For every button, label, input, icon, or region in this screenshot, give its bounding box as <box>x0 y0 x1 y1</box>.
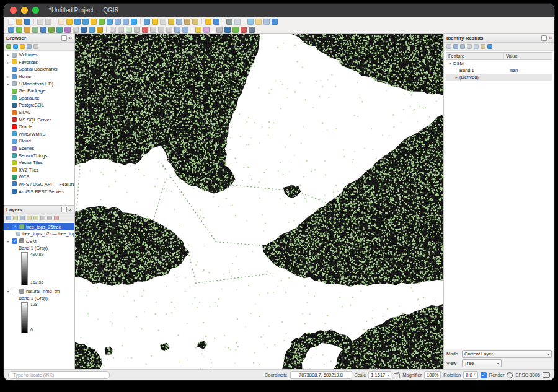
view-dropdown[interactable]: Tree ▾ <box>462 359 502 367</box>
collapse-all-icon[interactable] <box>27 44 32 49</box>
lock-scale-icon[interactable] <box>394 373 400 378</box>
deselect-features-icon[interactable] <box>160 19 166 25</box>
identify-row-band-1[interactable]: Band 1nan <box>446 67 552 74</box>
rotation-spinbox[interactable]: 0.0 ° <box>463 371 478 379</box>
undo-icon[interactable] <box>174 27 180 33</box>
remove-layer-icon[interactable] <box>54 216 59 220</box>
cut-features-icon[interactable] <box>150 27 156 33</box>
browser-item-spatial-bookmarks[interactable]: Spatial Bookmarks <box>4 66 74 73</box>
undock-panel-icon[interactable] <box>61 35 67 41</box>
expand-results-icon[interactable] <box>446 44 451 49</box>
mode-dropdown[interactable]: Current Layer ▾ <box>462 350 552 358</box>
browser-item-cloud[interactable]: Cloud <box>4 137 74 145</box>
project-open-icon[interactable] <box>16 19 22 25</box>
browser-item-ms-sql-server[interactable]: MS SQL Server <box>4 116 74 123</box>
select-features-icon[interactable] <box>152 19 158 25</box>
map-canvas[interactable] <box>75 34 443 369</box>
layer-visibility-checkbox[interactable]: ✓ <box>12 224 17 230</box>
browser-item-spatialite[interactable]: SpatiaLite <box>4 95 74 102</box>
paste-features-icon[interactable] <box>166 27 172 33</box>
layout-manager-icon[interactable] <box>45 19 51 25</box>
new-geopackage-layer-icon[interactable] <box>16 27 22 33</box>
data-source-manager-icon[interactable] <box>8 27 14 33</box>
browser-item-home[interactable]: ▸Home <box>4 73 74 81</box>
browser-item-scenes[interactable]: Scenes <box>4 145 74 152</box>
layer-visibility-checkbox[interactable] <box>12 289 17 294</box>
identify-features-icon[interactable] <box>144 19 150 25</box>
layer-labeling-icon[interactable] <box>195 27 202 33</box>
zoom-full-icon[interactable] <box>91 19 97 25</box>
field-calculator-icon[interactable] <box>184 19 190 25</box>
metasearch-icon[interactable] <box>241 27 247 33</box>
map-canvas-area[interactable] <box>75 34 443 369</box>
identify-row-derived[interactable]: ▸(Derived) <box>446 74 552 81</box>
identify-help-icon[interactable] <box>487 44 492 49</box>
project-new-icon[interactable] <box>8 19 14 25</box>
zoom-out-icon[interactable] <box>82 19 89 25</box>
coordinate-value[interactable]: 7073888.7, 600219.8 <box>290 371 352 379</box>
project-save-icon[interactable] <box>24 19 30 25</box>
add-point-cloud-layer-icon[interactable] <box>64 27 71 33</box>
layer-visibility-checkbox[interactable]: ✓ <box>12 238 17 244</box>
filter-by-expression-icon[interactable] <box>33 216 38 220</box>
new-spatial-bookmark-icon[interactable] <box>205 19 211 25</box>
print-layout-icon[interactable] <box>37 19 43 25</box>
expand-chevron-icon[interactable]: ▸ <box>454 75 458 79</box>
expand-chevron-icon[interactable]: ▸ <box>6 225 10 229</box>
value-column-header[interactable]: Value <box>503 53 552 59</box>
show-spatial-bookmarks-icon[interactable] <box>213 19 219 25</box>
add-group-icon[interactable] <box>13 216 18 220</box>
close-panel-icon[interactable]: × <box>549 36 552 40</box>
browser-item-macintosh-hd[interactable]: ▸/ (Macintosh HD) <box>4 80 74 87</box>
layer-diagram-icon[interactable] <box>203 27 210 33</box>
expand-chevron-icon[interactable]: ▸ <box>6 53 10 57</box>
zoom-next-icon[interactable] <box>123 19 129 25</box>
python-console-icon[interactable] <box>224 27 231 33</box>
copy-result-icon[interactable] <box>474 44 479 49</box>
plugin-manager-icon[interactable] <box>249 27 255 33</box>
zoom-to-layer-icon[interactable] <box>107 19 113 25</box>
zoom-in-icon[interactable] <box>74 19 81 25</box>
layer-item-dsm[interactable]: ▾✓DSM <box>4 237 74 245</box>
magnifier-spinbox[interactable]: 100% <box>424 371 441 379</box>
expand-chevron-icon[interactable]: ▾ <box>6 289 10 294</box>
add-delimited-text-icon[interactable] <box>73 27 79 33</box>
refresh-map-icon[interactable] <box>131 19 137 25</box>
browser-properties-icon[interactable] <box>33 44 38 49</box>
statistical-summary-icon[interactable] <box>264 19 270 25</box>
save-edits-icon[interactable] <box>118 27 124 33</box>
identify-row-dsm[interactable]: ▾DSM <box>446 60 552 67</box>
processing-toolbox-icon[interactable] <box>216 27 223 33</box>
show-help-icon[interactable] <box>272 19 278 25</box>
locator-search-input[interactable] <box>8 371 110 379</box>
close-panel-icon[interactable]: × <box>69 207 72 212</box>
add-wms-layer-icon[interactable] <box>89 27 95 33</box>
new-map-view-icon[interactable] <box>234 19 241 25</box>
collapse-results-icon[interactable] <box>453 44 458 49</box>
add-mesh-layer-icon[interactable] <box>56 27 63 33</box>
delete-selected-icon[interactable] <box>142 27 148 33</box>
browser-item-wcs[interactable]: WCS <box>4 173 74 181</box>
browser-item-favorites[interactable]: ▸Favorites <box>4 59 74 66</box>
layer-item-tree-tops-26tree[interactable]: ▸✓tree_tops_26tree <box>4 223 74 230</box>
layer-child-tree-tops-p2r-tree-tops[interactable]: tree_tops_p2r — tree_tops <box>4 230 74 237</box>
browser-item-volumes[interactable]: ▸/Volumes <box>4 51 74 59</box>
expand-chevron-icon[interactable]: ▸ <box>6 82 10 86</box>
new-annotation-icon[interactable] <box>255 19 262 25</box>
filter-browser-icon[interactable] <box>20 44 25 49</box>
browser-item-oracle[interactable]: Oracle <box>4 123 74 131</box>
add-feature-icon[interactable] <box>126 27 132 33</box>
select-by-expression-icon[interactable] <box>168 19 174 25</box>
messages-icon[interactable] <box>542 372 550 378</box>
add-raster-layer-icon[interactable] <box>48 27 55 33</box>
expand-all-icon[interactable] <box>40 216 45 220</box>
undock-panel-icon[interactable] <box>541 35 547 41</box>
add-vector-layer-icon[interactable] <box>40 27 46 33</box>
browser-item-vector-tiles[interactable]: Vector Tiles <box>4 159 74 167</box>
open-layer-styling-icon[interactable] <box>6 216 11 220</box>
browser-item-sensorthings[interactable]: SensorThings <box>4 152 74 159</box>
refresh-browser-icon[interactable] <box>13 44 18 49</box>
open-attribute-table-icon[interactable] <box>176 19 182 25</box>
undock-panel-icon[interactable] <box>61 207 67 212</box>
grass-tools-icon[interactable] <box>232 27 239 33</box>
